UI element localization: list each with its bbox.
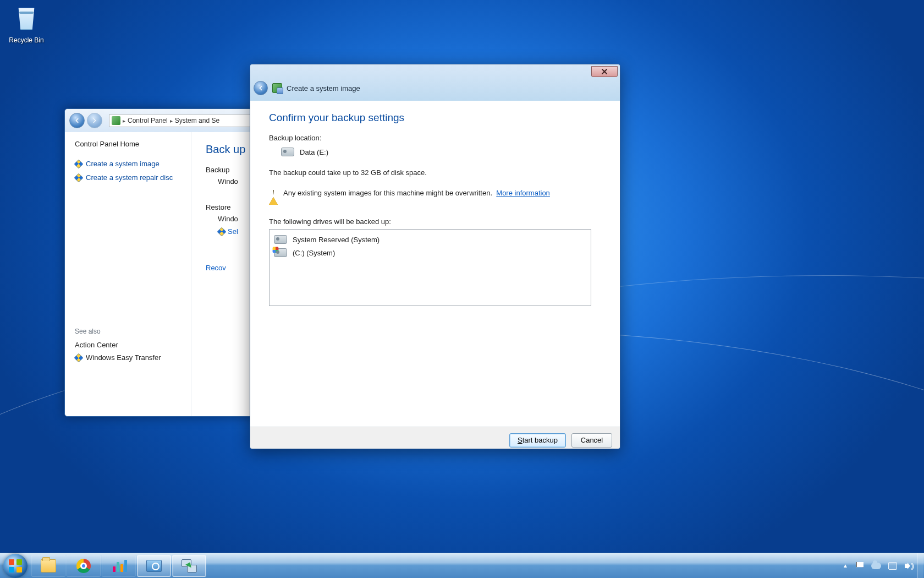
sidebar-link-label: Create a system image [86,160,160,168]
nav-forward-button[interactable] [87,113,102,128]
system-image-icon [272,83,282,93]
tray-volume-icon[interactable]: )) [904,561,914,571]
warning-row: ! Any existing system images for this ma… [269,189,601,198]
taskbar-item-easy-transfer[interactable] [172,555,206,577]
wizard-title: Create a system image [287,84,360,92]
more-information-link[interactable]: More information [496,189,550,197]
warning-text: Any existing system images for this mach… [283,189,492,197]
button-label: Start backup [518,436,558,444]
link-label: Sel [228,227,238,236]
sidebar-link-create-repair-disc[interactable]: Create a system repair disc [75,171,184,184]
tray-action-center-icon[interactable]: × [855,561,865,571]
wizard-content: Confirm your backup settings Backup loca… [250,101,620,427]
shield-icon [74,159,84,168]
backup-location-label: Backup location: [269,134,601,142]
shield-icon [217,227,227,236]
sidebar-link-label: Create a system repair disc [86,173,173,182]
wizard-heading: Confirm your backup settings [269,112,601,124]
start-button[interactable] [3,554,28,578]
recycle-bin-icon [13,8,40,34]
drive-label: (C:) (System) [293,249,335,257]
warning-icon: ! [269,189,278,198]
shield-icon [74,173,84,182]
bars-app-icon [112,559,126,573]
hard-drive-icon [281,148,294,156]
backup-location-value-row: Data (E:) [269,145,601,159]
taskbar-item-app[interactable] [102,555,136,577]
breadcrumb-segment[interactable]: Control Panel [125,117,170,124]
show-desktop-button[interactable] [917,553,923,579]
drive-row: (C:) (System) [273,246,587,259]
sidebar-link-create-system-image[interactable]: Create a system image [75,157,184,171]
see-also-windows-easy-transfer[interactable]: Windows Easy Transfer [75,351,184,364]
close-icon [601,68,608,75]
control-panel-icon [112,116,120,125]
wizard-footer: Start backup Cancel [250,427,620,449]
shield-icon [74,353,84,362]
file-explorer-icon [41,559,56,572]
taskbar-item-chrome[interactable] [67,555,101,577]
desktop-icon-recycle-bin[interactable]: Recycle Bin [6,4,47,44]
drives-label: The following drives will be backed up: [269,217,601,226]
desktop-icon-label: Recycle Bin [6,36,47,44]
see-also-label: Windows Easy Transfer [86,353,161,362]
easy-transfer-icon [182,559,197,572]
backup-location-value: Data (E:) [300,148,328,156]
drive-row: System Reserved (System) [273,233,587,246]
create-system-image-wizard: Create a system image Confirm your backu… [250,64,620,449]
backup-size-note: The backup could take up to 32 GB of dis… [269,168,601,177]
control-panel-icon [146,560,162,572]
close-button[interactable] [591,66,618,77]
nav-back-button[interactable] [69,113,85,128]
see-also-action-center[interactable]: Action Center [75,339,184,351]
link-label: Recov [206,264,226,272]
taskbar-item-control-panel[interactable] [137,555,171,577]
taskbar: ▲ × )) [0,553,924,578]
chrome-icon [76,559,91,573]
tray-onedrive-icon[interactable] [871,561,881,571]
breadcrumb-segment[interactable]: System and Se [173,117,222,124]
taskbar-item-explorer[interactable] [31,555,65,577]
control-panel-sidebar: Control Panel Home Create a system image… [65,132,191,416]
windows-logo-icon [9,559,22,572]
see-also-heading: See also [75,328,184,335]
see-also-label: Action Center [75,341,118,349]
hard-drive-icon [274,235,287,244]
drive-label: System Reserved (System) [293,236,380,244]
drives-listbox: System Reserved (System) (C:) (System) [269,229,591,306]
cancel-button[interactable]: Cancel [571,433,612,448]
system-tray: ▲ × )) [837,561,917,571]
tray-show-hidden-icons[interactable]: ▲ [843,563,848,569]
hard-drive-windows-icon [274,248,287,257]
control-panel-home-link[interactable]: Control Panel Home [75,140,184,148]
wizard-title-area: Create a system image [250,64,620,101]
tray-network-icon[interactable] [888,561,898,571]
wizard-back-button[interactable] [254,81,268,95]
start-backup-button[interactable]: Start backup [509,433,566,448]
